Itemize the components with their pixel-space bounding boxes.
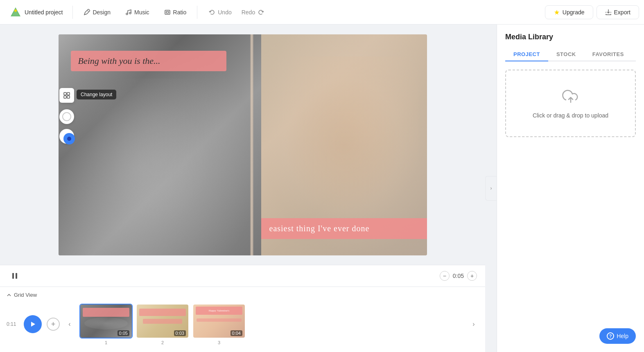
undo-button[interactable]: Undo bbox=[204, 6, 236, 18]
clip-wrapper-1: 0:05 1 bbox=[79, 304, 133, 345]
svg-marker-15 bbox=[31, 322, 35, 327]
undo-redo-group: Undo Redo bbox=[204, 6, 269, 18]
svg-point-2 bbox=[14, 9, 17, 12]
media-library-title: Media Library bbox=[505, 33, 636, 41]
left-toolbar: Change layout T bbox=[59, 88, 74, 144]
svg-line-3 bbox=[88, 11, 88, 11]
undo-icon bbox=[209, 9, 215, 16]
pause-icon bbox=[11, 272, 19, 280]
svg-rect-13 bbox=[12, 273, 14, 279]
svg-marker-8 bbox=[554, 10, 559, 15]
timeline-time: 0:11 bbox=[7, 321, 19, 327]
design-button[interactable]: Design bbox=[78, 6, 116, 18]
clip-wrapper-2: 0:03 2 bbox=[136, 304, 189, 345]
right-panel: Media Library PROJECT STOCK FAVORITES bbox=[497, 25, 644, 352]
canvas-text-overlay-bottom: easiest thing I've ever done bbox=[261, 218, 427, 239]
timeline-scroll-left[interactable]: ‹ bbox=[65, 319, 75, 329]
project-name: Untitled project bbox=[25, 9, 63, 16]
clip-3-number: 3 bbox=[218, 340, 220, 345]
text-color-button[interactable]: T bbox=[59, 129, 74, 144]
timeline-scroll-right[interactable]: › bbox=[469, 319, 479, 329]
panel-collapse-arrow[interactable]: › bbox=[485, 176, 497, 201]
svg-rect-11 bbox=[64, 96, 66, 98]
tab-stock[interactable]: STOCK bbox=[548, 48, 584, 61]
tab-project[interactable]: PROJECT bbox=[505, 48, 548, 61]
pause-button[interactable] bbox=[8, 269, 21, 282]
tear-line bbox=[250, 34, 253, 255]
clip-1-number: 1 bbox=[105, 340, 107, 345]
time-increase-button[interactable]: + bbox=[467, 271, 477, 281]
app-header: Untitled project Design Music Ratio bbox=[0, 0, 644, 25]
svg-rect-7 bbox=[166, 11, 169, 13]
project-title-btn[interactable]: Untitled project bbox=[5, 4, 68, 20]
canvas-frame: Being with you is the... easiest thing I… bbox=[59, 34, 427, 255]
canvas-split: Being with you is the... easiest thing I… bbox=[59, 34, 427, 255]
header-divider-1 bbox=[72, 6, 73, 19]
play-button[interactable] bbox=[24, 315, 42, 333]
canvas-text-overlay-top: Being with you is the... bbox=[71, 51, 226, 71]
svg-point-4 bbox=[126, 13, 128, 15]
upload-text: Click or drag & drop to upload bbox=[533, 111, 608, 120]
svg-rect-12 bbox=[67, 96, 70, 98]
change-layout-button[interactable] bbox=[59, 88, 74, 103]
ratio-button[interactable]: Ratio bbox=[158, 6, 192, 18]
grid-view-toggle[interactable]: Grid View bbox=[7, 292, 479, 298]
color-picker-button[interactable] bbox=[59, 109, 74, 124]
play-icon bbox=[29, 320, 37, 328]
add-clip-button[interactable]: + bbox=[47, 318, 60, 331]
canvas-left-panel: Being with you is the... bbox=[59, 34, 261, 255]
header-divider-2 bbox=[197, 6, 197, 19]
clip-3-overlay: Happy Valentine's bbox=[196, 307, 242, 315]
panel-header: Media Library PROJECT STOCK FAVORITES bbox=[497, 25, 644, 61]
svg-rect-10 bbox=[67, 93, 70, 95]
layout-icon bbox=[63, 92, 70, 99]
help-button[interactable]: ? Help bbox=[599, 328, 636, 344]
upload-cloud-icon bbox=[561, 87, 581, 106]
redo-button[interactable]: Redo bbox=[237, 6, 269, 18]
ratio-icon bbox=[164, 9, 171, 16]
grid-view-label: Grid View bbox=[14, 292, 37, 298]
upload-zone[interactable]: Click or drag & drop to upload bbox=[505, 70, 636, 137]
svg-rect-14 bbox=[16, 273, 17, 279]
upgrade-star-icon bbox=[554, 9, 560, 16]
clip-2-number: 2 bbox=[161, 340, 164, 345]
music-icon bbox=[125, 9, 132, 16]
export-button[interactable]: Export bbox=[597, 5, 639, 19]
playback-bar: − 0:05 + bbox=[0, 265, 485, 287]
clip-2-overlay bbox=[139, 309, 186, 316]
text-color-dot bbox=[63, 133, 75, 144]
redo-icon bbox=[258, 9, 264, 16]
canvas-area: Change layout T bbox=[0, 25, 485, 352]
canvas-container: Change layout T bbox=[0, 25, 485, 265]
clip-2[interactable]: 0:03 bbox=[136, 304, 189, 338]
design-icon bbox=[84, 9, 90, 16]
panel-content: Click or drag & drop to upload bbox=[497, 61, 644, 352]
clip-wrapper-3: Happy Valentine's 0:04 3 bbox=[192, 304, 246, 345]
time-decrease-button[interactable]: − bbox=[440, 271, 450, 281]
main-content: Change layout T bbox=[0, 25, 644, 352]
clip-2-duration: 0:03 bbox=[174, 330, 186, 336]
help-icon: ? bbox=[607, 332, 614, 340]
svg-rect-9 bbox=[64, 93, 66, 95]
svg-point-5 bbox=[129, 12, 131, 14]
tab-favorites[interactable]: FAVORITES bbox=[584, 48, 632, 61]
clips-row: 0:05 1 0:03 2 bbox=[79, 304, 464, 345]
timeline: Grid View 0:11 + ‹ bbox=[0, 287, 485, 352]
canvas-right-panel: easiest thing I've ever done bbox=[261, 34, 427, 255]
app-logo-icon bbox=[10, 7, 21, 18]
clip-3-text: Happy Valentine's bbox=[209, 309, 230, 312]
timeline-content: 0:11 + ‹ bbox=[7, 301, 479, 347]
clip-1-duration: 0:05 bbox=[118, 330, 129, 336]
music-button[interactable]: Music bbox=[120, 6, 155, 18]
export-icon bbox=[605, 9, 612, 16]
panel-tabs: PROJECT STOCK FAVORITES bbox=[505, 48, 636, 61]
clip-3[interactable]: Happy Valentine's 0:04 bbox=[192, 304, 246, 338]
upgrade-button[interactable]: Upgrade bbox=[545, 5, 593, 19]
clip-3-duration: 0:04 bbox=[230, 330, 242, 336]
time-controls: − 0:05 + bbox=[440, 271, 477, 281]
time-display: 0:05 bbox=[453, 273, 464, 279]
clip-1[interactable]: 0:05 bbox=[79, 304, 133, 338]
clip-1-overlay bbox=[83, 308, 129, 317]
text-color-indicator bbox=[67, 137, 71, 141]
chevron-up-icon bbox=[7, 293, 11, 298]
